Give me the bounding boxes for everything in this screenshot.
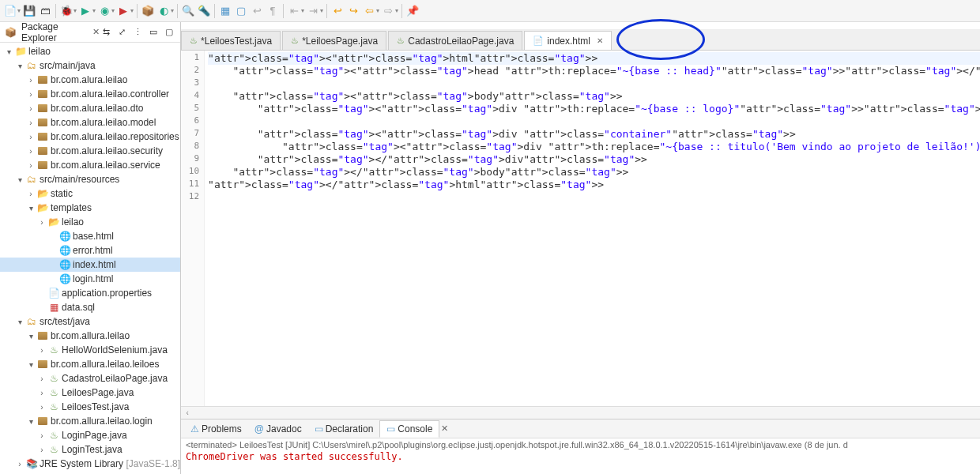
toggle-mark-icon[interactable]: ▦ [218, 4, 232, 18]
tab-label: Console [398, 423, 432, 434]
collapse-all-icon[interactable]: ⇆ [100, 26, 112, 39]
code-line[interactable]: "attr">class="tag"><"attr">class="tag">d… [208, 103, 980, 115]
tree-file[interactable]: ›♨LoginPage.java [0, 428, 180, 442]
tree-package[interactable]: ›br.com.alura.leilao.controller [0, 87, 180, 101]
nav-forward-icon[interactable]: ↪ [346, 4, 360, 18]
code-line[interactable] [208, 77, 980, 90]
code-editor[interactable]: 123456789101112 "attr">class="tag"><"att… [181, 51, 980, 406]
tab-label: CadastroLeilaoPage.java [408, 36, 514, 47]
filter-icon[interactable]: ⋮ [131, 26, 144, 39]
java-file-icon: ♨ [47, 443, 60, 456]
html-file-icon: 🌐 [58, 244, 71, 257]
editor-tab[interactable]: 📄index.html✕ [524, 31, 612, 50]
tree-package[interactable]: ›br.com.alura.leilao [0, 73, 180, 87]
code-line[interactable]: "attr">class="tag"><"attr">class="tag">d… [208, 141, 980, 153]
minimize-icon[interactable]: ▭ [147, 26, 160, 39]
close-icon[interactable]: ✕ [441, 423, 448, 434]
run-icon[interactable]: ▶ [78, 4, 92, 18]
save-icon[interactable]: 💾 [22, 4, 36, 18]
panel-tab-declaration[interactable]: ▭Declaration [308, 420, 380, 438]
tree-package[interactable]: ›br.com.alura.leilao.security [0, 144, 180, 158]
back-icon[interactable]: ⇦ [362, 4, 376, 18]
tree-label: src/main/java [40, 60, 96, 71]
tree-label: br.com.alura.leilao.dto [51, 103, 143, 114]
tab-label: Problems [202, 423, 242, 434]
tree-label: br.com.allura.leilao.login [51, 416, 153, 427]
indent-icon[interactable]: ⇤ [287, 4, 301, 18]
tree-file[interactable]: 🌐base.html [0, 229, 180, 243]
code-line[interactable]: "attr">class="tag"></"attr">class="tag">… [208, 166, 980, 179]
java-file-icon: ♨ [47, 429, 60, 442]
open-type-icon[interactable]: 🔍 [181, 4, 195, 18]
outdent-icon[interactable]: ⇥ [306, 4, 320, 18]
code-content[interactable]: "attr">class="tag"><"attr">class="tag">h… [205, 51, 980, 406]
close-tab-icon[interactable]: ✕ [597, 36, 603, 45]
panel-tab-problems[interactable]: ⚠Problems [184, 420, 248, 438]
tab-icon: ⚠ [190, 423, 199, 434]
debug-icon[interactable]: 🐞 [59, 4, 74, 18]
project-tree[interactable]: ▾📁leilao ▾🗂src/main/java ›br.com.alura.l… [0, 43, 180, 474]
code-line[interactable] [208, 115, 980, 128]
new-package-icon[interactable]: 📦 [141, 4, 155, 18]
html-file-icon: 🌐 [58, 230, 71, 243]
save-all-icon[interactable]: 🗃 [38, 4, 52, 18]
folder-icon: 📂 [47, 216, 60, 228]
tree-file[interactable]: ›♨CadastroLeilaoPage.java [0, 371, 180, 386]
tree-label: LeiloesPage.java [62, 387, 134, 398]
close-icon[interactable]: ✕ [92, 27, 100, 37]
code-line[interactable]: "attr">class="tag"><"attr">class="tag">d… [208, 128, 980, 141]
tree-package[interactable]: ›br.com.alura.leilao.model [0, 115, 180, 130]
tree-file[interactable]: ›♨LeiloesTest.java [0, 400, 180, 414]
html-file-icon: 🌐 [58, 258, 71, 271]
search-icon[interactable]: 🔦 [197, 4, 211, 18]
tree-file[interactable]: 🌐error.html [0, 243, 180, 258]
panel-tab-javadoc[interactable]: @Javadoc [248, 420, 308, 438]
editor-area: ♨*LeiloesTest.java♨*LeiloesPage.java♨Cad… [181, 22, 980, 474]
tree-package[interactable]: ›br.com.alura.leilao.dto [0, 101, 180, 115]
link-editor-icon[interactable]: ⤢ [115, 26, 128, 39]
new-icon[interactable]: 📄 [3, 4, 17, 18]
coverage-icon[interactable]: ◉ [97, 4, 111, 18]
pin-icon[interactable]: 📌 [405, 4, 420, 18]
new-class-icon[interactable]: ◐ [156, 4, 171, 18]
toggle-block-icon[interactable]: ▢ [234, 4, 248, 18]
tree-label: error.html [73, 245, 113, 256]
code-line[interactable]: "attr">class="tag"></"attr">class="tag">… [208, 179, 980, 191]
code-line[interactable]: "attr">class="tag"><"attr">class="tag">h… [208, 65, 980, 77]
tree-file[interactable]: 🌐login.html [0, 272, 180, 286]
tree-package[interactable]: ›br.com.alura.leilao.service [0, 158, 180, 172]
code-line[interactable] [208, 191, 980, 204]
package-icon [36, 358, 49, 371]
tree-label: LoginTest.java [62, 444, 122, 455]
panel-tab-console[interactable]: ▭Console [379, 420, 439, 438]
run-last-icon[interactable]: ▶ [116, 4, 130, 18]
editor-tab[interactable]: ♨CadastroLeilaoPage.java [388, 31, 522, 50]
editor-tab[interactable]: ♨*LeiloesTest.java [181, 31, 281, 50]
word-wrap-icon[interactable]: ↩ [250, 4, 264, 18]
forward-icon[interactable]: ⇨ [381, 4, 395, 18]
tree-label: data.sql [62, 302, 95, 313]
tree-label: br.com.alura.leilao [51, 74, 127, 85]
source-folder-icon: 🗂 [25, 315, 38, 328]
tree-package[interactable]: ›br.com.alura.leilao.repositories [0, 130, 180, 144]
tree-file[interactable]: 🌐index.html [0, 258, 180, 272]
tab-label: Javadoc [266, 423, 302, 434]
tree-label: static [51, 188, 73, 199]
tree-file[interactable]: ›♨LeiloesPage.java [0, 386, 180, 400]
editor-tab[interactable]: ♨*LeiloesPage.java [282, 31, 386, 50]
code-line[interactable]: "attr">class="tag"><"attr">class="tag">h… [208, 52, 980, 65]
console-output: ChromeDriver was started successfully. [181, 451, 980, 462]
java-file-icon: ♨ [47, 344, 60, 356]
source-folder-icon: 🗂 [25, 59, 38, 72]
package-icon [36, 415, 49, 427]
horizontal-scrollbar[interactable]: ‹› [181, 406, 980, 419]
java-icon: ♨ [397, 36, 405, 46]
nav-back-icon[interactable]: ↩ [330, 4, 345, 18]
view-menu-icon[interactable]: ▢ [163, 26, 175, 39]
code-line[interactable]: "attr">class="tag"></"attr">class="tag">… [208, 153, 980, 166]
tree-label: index.html [73, 259, 116, 270]
file-icon: 📄 [47, 287, 60, 299]
code-line[interactable]: "attr">class="tag"><"attr">class="tag">b… [208, 90, 980, 103]
tree-file[interactable]: ›♨LoginTest.java [0, 442, 180, 457]
show-whitespace-icon[interactable]: ¶ [266, 4, 280, 18]
